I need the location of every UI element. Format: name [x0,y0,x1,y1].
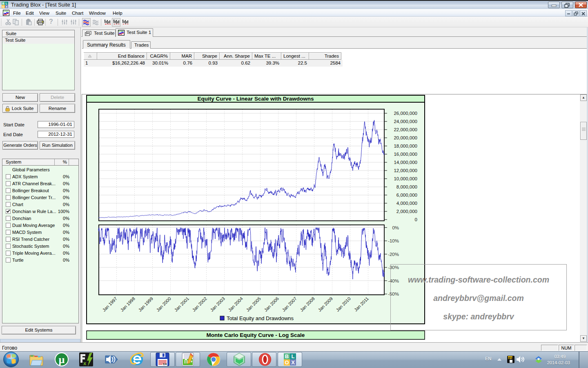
svg-text:Total Equity and Drawdowns: Total Equity and Drawdowns [227,315,294,321]
svg-text:-10%: -10% [388,238,399,243]
svg-text:8,000,000: 8,000,000 [396,184,417,189]
svg-text:HFS: HFS [508,357,513,359]
svg-text:Monte Carlo Equity Curve - Log: Monte Carlo Equity Curve - Log Scale [207,332,305,338]
svg-text:64: 64 [163,362,167,366]
svg-text:16,000,000: 16,000,000 [394,152,417,157]
svg-text:B: B [285,353,289,359]
svg-text:0: 0 [415,217,417,222]
svg-text:0%: 0% [392,225,399,230]
svg-text:X: X [291,359,295,366]
svg-text:24,000,000: 24,000,000 [394,119,417,124]
svg-text:22,000,000: 22,000,000 [394,127,417,132]
svg-text:x: x [83,360,87,366]
svg-text:µ: µ [59,354,65,366]
svg-text:L: L [292,353,295,359]
svg-text:20,000,000: 20,000,000 [394,135,417,140]
svg-text:26,000,000: 26,000,000 [394,111,417,116]
svg-text:12,000,000: 12,000,000 [394,168,417,173]
svg-text:O: O [285,359,289,366]
svg-text:4,000,000: 4,000,000 [396,201,417,206]
svg-text:14,000,000: 14,000,000 [394,160,417,165]
svg-text:Equity Curve - Linear Scale wi: Equity Curve - Linear Scale with Drawdow… [197,96,314,102]
svg-text:6,000,000: 6,000,000 [396,193,417,197]
svg-text:18,000,000: 18,000,000 [394,144,417,148]
svg-text:-20%: -20% [388,252,399,257]
svg-text:10,000,000: 10,000,000 [394,176,417,181]
svg-text:2,000,000: 2,000,000 [396,209,417,214]
